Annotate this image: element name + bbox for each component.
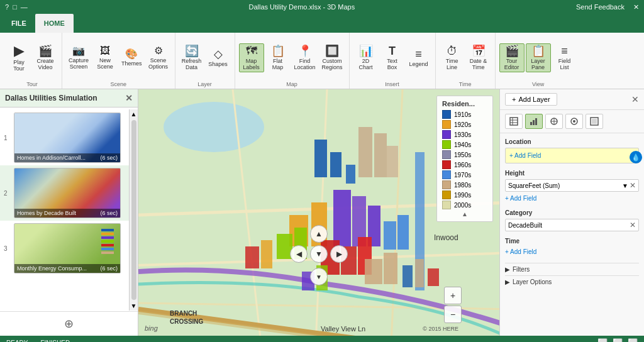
svg-rect-15	[387, 146, 398, 177]
themes-button[interactable]: 🎨 Themes	[119, 48, 145, 68]
scene-overlay-2: Homes by Decade Built (6 sec)	[14, 209, 120, 218]
zoom-in-button[interactable]: +	[444, 287, 462, 304]
minimize-icon[interactable]: —	[21, 3, 28, 11]
svg-rect-10	[314, 140, 327, 177]
location-field-box: + Add Field 💧	[505, 148, 639, 163]
add-scene-button[interactable]: ⊕	[64, 317, 74, 331]
find-location-button[interactable]: 📍 FindLocation	[292, 44, 318, 72]
new-scene-button[interactable]: 🖼 NewScene	[92, 45, 118, 71]
nav-right-button[interactable]: ▶	[330, 245, 348, 263]
left-panel-close-button[interactable]: ✕	[125, 93, 133, 103]
layer-icon-region[interactable]	[545, 114, 563, 129]
nav-left-button[interactable]: ◀	[290, 245, 308, 263]
view-items: 🎬 TourEditor 📋 LayerPane ≡ FieldList	[499, 35, 577, 80]
custom-regions-button[interactable]: 🔲 CustomRegions	[319, 44, 345, 72]
scene-options-button[interactable]: ⚙ SceneOptions	[146, 45, 171, 71]
legend-color-1960s	[442, 160, 451, 169]
layer-icon-bar[interactable]	[525, 114, 543, 129]
location-add-field-button[interactable]: + Add Field	[509, 151, 541, 160]
svg-rect-32	[261, 240, 272, 268]
map-area: Inwood BRANCH CROSSING Valley View Ln Re…	[138, 89, 499, 336]
field-list-button[interactable]: ≡ FieldList	[552, 44, 577, 72]
date-time-button[interactable]: 📅 Date &Time	[466, 44, 491, 72]
svg-rect-26	[384, 221, 396, 250]
height-clear-button[interactable]: ✕	[630, 181, 636, 190]
status-icon-1[interactable]: ⬜	[597, 338, 608, 343]
scene-item-2[interactable]: 2 Homes by Decade Built (6 sec)	[0, 165, 138, 221]
send-feedback-link[interactable]: Send Feedback	[576, 3, 625, 11]
time-add-field-button[interactable]: + Add Field	[505, 247, 639, 256]
flat-map-button[interactable]: 📋 FlatMap	[265, 44, 291, 72]
scene-label-2: Homes by Decade Built	[17, 210, 76, 216]
svg-rect-29	[384, 253, 397, 284]
refresh-data-icon: 🔄	[185, 45, 199, 57]
layer-options-section[interactable]: ▶ Layer Options	[505, 275, 639, 288]
svg-text:Valley View Ln: Valley View Ln	[321, 325, 365, 333]
svg-rect-27	[397, 215, 409, 250]
2d-chart-button[interactable]: 📊 2DChart	[353, 44, 379, 72]
filters-section[interactable]: ▶ Filters	[505, 263, 639, 275]
status-icon-3[interactable]: ⬜	[628, 338, 638, 343]
svg-rect-31	[245, 246, 259, 268]
scene-label-1: Homes in Addison/Carroll...	[17, 155, 86, 161]
height-add-field-button[interactable]: + Add Field	[505, 194, 639, 203]
scroll-up-arrow[interactable]: ▲	[130, 109, 138, 119]
create-video-icon: 🎬	[38, 45, 52, 57]
legend-item-2000s: 2000s	[442, 201, 487, 209]
right-panel-close-button[interactable]: ✕	[631, 94, 639, 104]
text-box-button[interactable]: T TextBox	[380, 44, 405, 72]
tab-file[interactable]: FILE	[3, 14, 35, 33]
right-panel: + Add Layer ✕ Lo	[499, 89, 644, 336]
window-close-icon[interactable]: ✕	[633, 3, 639, 11]
height-dropdown-icon[interactable]: ▼	[622, 182, 628, 189]
scene-thumb-2: Homes by Decade Built (6 sec)	[14, 168, 121, 218]
scene-item-1[interactable]: 1 Homes in Addison/Carroll... (6 sec)	[0, 110, 138, 165]
tab-home[interactable]: HOME	[35, 14, 74, 33]
layer-pane-icon: 📋	[531, 45, 545, 57]
tour-group-label: Tour	[26, 80, 38, 87]
nav-up-button[interactable]: ▲	[310, 225, 328, 243]
capture-screen-button[interactable]: 📷 CaptureScreen	[66, 45, 91, 71]
layer-icon-table[interactable]	[505, 114, 523, 129]
nav-down-button[interactable]: ▼	[310, 245, 328, 263]
tour-editor-icon: 🎬	[505, 45, 519, 57]
help-icon[interactable]: ?	[5, 3, 9, 11]
play-tour-button[interactable]: ▶ PlayTour	[6, 43, 31, 73]
legend-scroll-up[interactable]: ▲	[442, 211, 487, 218]
scene-item-3[interactable]: 3 Monthly Energy Consump... (6 s	[0, 221, 138, 276]
svg-rect-12	[346, 165, 355, 184]
restore-icon[interactable]: □	[13, 3, 17, 11]
legend-label-1980s: 1980s	[454, 182, 471, 189]
zoom-out-button[interactable]: −	[444, 306, 462, 323]
map-nav: ▲ ◀ ▼ ▶ ▼	[290, 225, 348, 285]
create-video-button[interactable]: 🎬 CreateVideo	[33, 44, 58, 72]
right-panel-body: Location + Add Field 💧 Height SquareFeet…	[500, 133, 644, 336]
refresh-data-button[interactable]: 🔄 RefreshData	[179, 44, 204, 72]
scroll-thumb[interactable]	[131, 120, 136, 300]
add-layer-button[interactable]: + Add Layer	[505, 93, 557, 106]
status-icon-2[interactable]: ⬜	[613, 338, 623, 343]
layer-options-expand-icon: ▶	[505, 279, 510, 285]
scroll-down-arrow[interactable]: ▼	[130, 301, 138, 311]
layer-icon-bubble[interactable]	[565, 114, 583, 129]
bing-logo: bing	[145, 324, 158, 332]
map-labels-button[interactable]: 🗺 MapLabels	[239, 43, 264, 72]
layer-pane-button[interactable]: 📋 LayerPane	[526, 43, 551, 72]
category-clear-button[interactable]: ✕	[630, 221, 636, 229]
left-panel: Dallas Utilities Simulation ✕ 1 Homes in…	[0, 89, 138, 336]
time-line-icon: ⏱	[447, 45, 458, 57]
shapes-button[interactable]: ◇ Shapes	[206, 47, 231, 69]
scene-items: 📷 CaptureScreen 🖼 NewScene 🎨 Themes ⚙ Sc…	[66, 35, 171, 80]
legend-color-1940s	[442, 140, 451, 149]
insert-items: 📊 2DChart T TextBox ≡ Legend	[353, 35, 431, 80]
legend-button[interactable]: ≡ Legend	[406, 47, 431, 69]
tour-editor-button[interactable]: 🎬 TourEditor	[499, 43, 525, 72]
time-line-button[interactable]: ⏱ TimeLine	[440, 44, 465, 72]
ribbon-group-insert: 📊 2DChart T TextBox ≡ Legend Insert	[350, 33, 436, 89]
category-field-row: DecadeBuilt ✕	[505, 219, 639, 231]
category-section: Category DecadeBuilt ✕	[505, 209, 639, 231]
layer-icon-heatmap[interactable]	[586, 114, 603, 129]
legend-item-1930s: 1930s	[442, 130, 487, 139]
nav-center-button[interactable]: ▼	[310, 268, 328, 285]
left-scroll[interactable]: ▲ ▼	[129, 109, 138, 311]
